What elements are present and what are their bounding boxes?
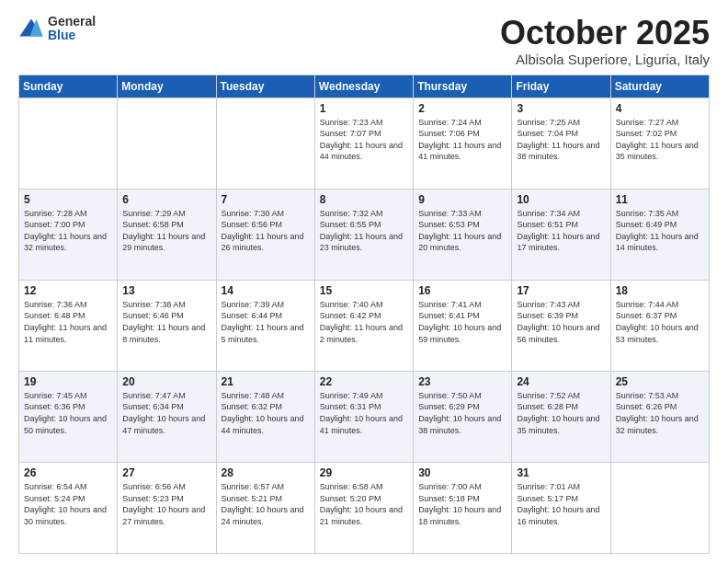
day-number: 28 (222, 466, 310, 479)
day-number: 4 (616, 102, 704, 115)
day-info: Sunrise: 6:58 AM Sunset: 5:20 PM Dayligh… (320, 481, 408, 527)
calendar-cell: 25Sunrise: 7:53 AM Sunset: 6:26 PM Dayli… (610, 371, 709, 462)
day-info: Sunrise: 6:56 AM Sunset: 5:23 PM Dayligh… (122, 481, 210, 527)
calendar-week-2: 12Sunrise: 7:36 AM Sunset: 6:48 PM Dayli… (19, 280, 710, 371)
day-info: Sunrise: 7:30 AM Sunset: 6:56 PM Dayligh… (222, 208, 310, 254)
logo-text: General Blue (48, 15, 96, 43)
calendar-cell: 4Sunrise: 7:27 AM Sunset: 7:02 PM Daylig… (610, 98, 709, 189)
day-info: Sunrise: 7:49 AM Sunset: 6:31 PM Dayligh… (320, 390, 408, 436)
calendar-cell: 26Sunrise: 6:54 AM Sunset: 5:24 PM Dayli… (19, 462, 118, 553)
day-number: 14 (222, 284, 310, 297)
day-number: 8 (320, 193, 408, 206)
calendar-cell: 16Sunrise: 7:41 AM Sunset: 6:41 PM Dayli… (414, 280, 512, 371)
day-number: 21 (222, 375, 310, 388)
calendar-week-1: 5Sunrise: 7:28 AM Sunset: 7:00 PM Daylig… (19, 189, 710, 280)
weekday-header-tuesday: Tuesday (216, 75, 314, 98)
weekday-header-thursday: Thursday (414, 75, 512, 98)
calendar-cell: 18Sunrise: 7:44 AM Sunset: 6:37 PM Dayli… (610, 280, 709, 371)
calendar-cell (19, 98, 118, 189)
day-info: Sunrise: 7:33 AM Sunset: 6:53 PM Dayligh… (418, 208, 506, 254)
calendar-cell: 30Sunrise: 7:00 AM Sunset: 5:18 PM Dayli… (414, 462, 512, 553)
day-number: 27 (122, 466, 210, 479)
day-number: 6 (122, 193, 210, 206)
day-number: 9 (418, 193, 506, 206)
day-number: 22 (320, 375, 408, 388)
day-number: 3 (517, 102, 605, 115)
calendar-cell: 9Sunrise: 7:33 AM Sunset: 6:53 PM Daylig… (414, 189, 512, 280)
month-title: October 2025 (500, 15, 710, 52)
day-number: 30 (418, 466, 506, 479)
day-number: 11 (616, 193, 704, 206)
day-info: Sunrise: 7:39 AM Sunset: 6:44 PM Dayligh… (222, 299, 310, 345)
day-number: 7 (222, 193, 310, 206)
logo-general: General (48, 15, 96, 29)
day-number: 25 (616, 375, 704, 388)
calendar-cell: 3Sunrise: 7:25 AM Sunset: 7:04 PM Daylig… (512, 98, 610, 189)
weekday-header-wednesday: Wednesday (314, 75, 413, 98)
calendar-cell: 22Sunrise: 7:49 AM Sunset: 6:31 PM Dayli… (314, 371, 413, 462)
logo: General Blue (18, 15, 96, 43)
calendar-cell: 12Sunrise: 7:36 AM Sunset: 6:48 PM Dayli… (19, 280, 118, 371)
calendar-cell: 8Sunrise: 7:32 AM Sunset: 6:55 PM Daylig… (314, 189, 413, 280)
day-info: Sunrise: 6:54 AM Sunset: 5:24 PM Dayligh… (24, 481, 112, 527)
header: General Blue October 2025 Albisola Super… (18, 15, 710, 67)
day-info: Sunrise: 7:29 AM Sunset: 6:58 PM Dayligh… (122, 208, 210, 254)
day-number: 20 (122, 375, 210, 388)
day-number: 2 (418, 102, 506, 115)
calendar-cell: 6Sunrise: 7:29 AM Sunset: 6:58 PM Daylig… (118, 189, 216, 280)
weekday-header-sunday: Sunday (19, 75, 118, 98)
calendar-cell (216, 98, 314, 189)
day-info: Sunrise: 7:34 AM Sunset: 6:51 PM Dayligh… (517, 208, 605, 254)
calendar-cell (610, 462, 709, 553)
calendar-cell: 5Sunrise: 7:28 AM Sunset: 7:00 PM Daylig… (19, 189, 118, 280)
day-number: 12 (24, 284, 112, 297)
location-subtitle: Albisola Superiore, Liguria, Italy (500, 52, 710, 67)
page: General Blue October 2025 Albisola Super… (0, 0, 728, 563)
day-info: Sunrise: 7:32 AM Sunset: 6:55 PM Dayligh… (320, 208, 408, 254)
calendar-cell: 24Sunrise: 7:52 AM Sunset: 6:28 PM Dayli… (512, 371, 610, 462)
logo-blue: Blue (48, 29, 96, 42)
calendar-cell: 2Sunrise: 7:24 AM Sunset: 7:06 PM Daylig… (414, 98, 512, 189)
calendar-cell: 23Sunrise: 7:50 AM Sunset: 6:29 PM Dayli… (414, 371, 512, 462)
day-info: Sunrise: 7:47 AM Sunset: 6:34 PM Dayligh… (122, 390, 210, 436)
title-block: October 2025 Albisola Superiore, Liguria… (500, 15, 710, 67)
day-info: Sunrise: 7:41 AM Sunset: 6:41 PM Dayligh… (418, 299, 506, 345)
calendar-cell: 31Sunrise: 7:01 AM Sunset: 5:17 PM Dayli… (512, 462, 610, 553)
day-number: 16 (418, 284, 506, 297)
calendar-cell: 13Sunrise: 7:38 AM Sunset: 6:46 PM Dayli… (118, 280, 216, 371)
day-info: Sunrise: 7:24 AM Sunset: 7:06 PM Dayligh… (418, 117, 506, 163)
day-info: Sunrise: 6:57 AM Sunset: 5:21 PM Dayligh… (222, 481, 310, 527)
day-number: 1 (320, 102, 408, 115)
day-info: Sunrise: 7:27 AM Sunset: 7:02 PM Dayligh… (616, 117, 704, 163)
day-number: 13 (122, 284, 210, 297)
day-info: Sunrise: 7:40 AM Sunset: 6:42 PM Dayligh… (320, 299, 408, 345)
day-info: Sunrise: 7:50 AM Sunset: 6:29 PM Dayligh… (418, 390, 506, 436)
calendar-cell: 15Sunrise: 7:40 AM Sunset: 6:42 PM Dayli… (314, 280, 413, 371)
day-number: 15 (320, 284, 408, 297)
weekday-header-friday: Friday (512, 75, 610, 98)
day-number: 5 (24, 193, 112, 206)
calendar-cell: 17Sunrise: 7:43 AM Sunset: 6:39 PM Dayli… (512, 280, 610, 371)
calendar-cell: 28Sunrise: 6:57 AM Sunset: 5:21 PM Dayli… (216, 462, 314, 553)
calendar-week-0: 1Sunrise: 7:23 AM Sunset: 7:07 PM Daylig… (19, 98, 710, 189)
calendar-cell: 7Sunrise: 7:30 AM Sunset: 6:56 PM Daylig… (216, 189, 314, 280)
day-info: Sunrise: 7:35 AM Sunset: 6:49 PM Dayligh… (616, 208, 704, 254)
day-info: Sunrise: 7:28 AM Sunset: 7:00 PM Dayligh… (24, 208, 112, 254)
day-number: 26 (24, 466, 112, 479)
weekday-header-row: SundayMondayTuesdayWednesdayThursdayFrid… (19, 75, 710, 98)
day-info: Sunrise: 7:45 AM Sunset: 6:36 PM Dayligh… (24, 390, 112, 436)
calendar-cell: 27Sunrise: 6:56 AM Sunset: 5:23 PM Dayli… (118, 462, 216, 553)
calendar-cell: 14Sunrise: 7:39 AM Sunset: 6:44 PM Dayli… (216, 280, 314, 371)
calendar-cell: 21Sunrise: 7:48 AM Sunset: 6:32 PM Dayli… (216, 371, 314, 462)
day-info: Sunrise: 7:01 AM Sunset: 5:17 PM Dayligh… (517, 481, 605, 527)
day-info: Sunrise: 7:00 AM Sunset: 5:18 PM Dayligh… (418, 481, 506, 527)
calendar-table: SundayMondayTuesdayWednesdayThursdayFrid… (18, 75, 710, 554)
day-info: Sunrise: 7:44 AM Sunset: 6:37 PM Dayligh… (616, 299, 704, 345)
weekday-header-monday: Monday (118, 75, 216, 98)
logo-icon (18, 16, 44, 41)
calendar-cell: 19Sunrise: 7:45 AM Sunset: 6:36 PM Dayli… (19, 371, 118, 462)
day-info: Sunrise: 7:53 AM Sunset: 6:26 PM Dayligh… (616, 390, 704, 436)
day-number: 31 (517, 466, 605, 479)
day-number: 29 (320, 466, 408, 479)
day-number: 24 (517, 375, 605, 388)
